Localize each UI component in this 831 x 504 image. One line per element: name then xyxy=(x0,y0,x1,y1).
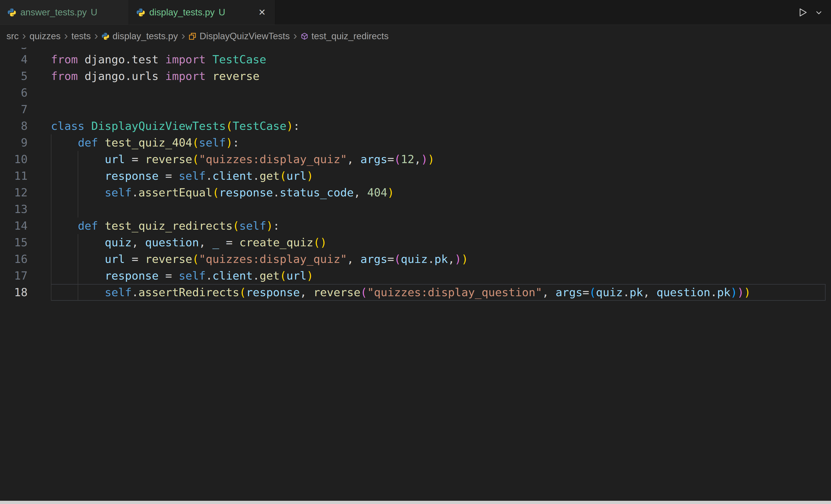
code-line-14[interactable]: 14 def test_quiz_redirects(self): xyxy=(0,217,831,234)
editor-actions xyxy=(797,0,831,25)
line-number[interactable]: 13 xyxy=(0,201,51,217)
tab-bar: answer_tests.py U display_tests.py U ✕ xyxy=(0,0,831,25)
code-line-content[interactable]: self.assertEqual(response.status_code, 4… xyxy=(51,184,826,201)
code-line-content[interactable]: from django.test import TestCase xyxy=(51,51,826,68)
screen-bottom-strip xyxy=(0,501,831,504)
tab-label: display_tests.py xyxy=(149,7,214,18)
chevron-right-icon: › xyxy=(22,29,26,42)
chevron-down-icon xyxy=(815,9,823,16)
indent-guide xyxy=(78,184,78,201)
code-line-8[interactable]: 8class DisplayQuizViewTests(TestCase): xyxy=(0,118,831,134)
python-icon xyxy=(136,8,145,17)
chevron-right-icon: › xyxy=(64,29,68,42)
code-line-content[interactable] xyxy=(51,201,826,217)
line-number[interactable]: 17 xyxy=(0,267,51,284)
line-number[interactable]: 7 xyxy=(0,101,51,118)
chevron-right-icon: › xyxy=(293,29,297,42)
breadcrumb-item-display-tests-py[interactable]: display_tests.py xyxy=(102,31,178,41)
code-line-content[interactable]: from django.urls import reverse xyxy=(51,68,826,84)
breadcrumb-item-quizzes[interactable]: quizzes xyxy=(30,31,61,41)
code-line-17[interactable]: 17 response = self.client.get(url) xyxy=(0,267,831,284)
indent-guide xyxy=(78,201,78,217)
indent-guide xyxy=(51,168,51,184)
breadcrumb-item-src[interactable]: src xyxy=(6,31,19,41)
breadcrumb-label: tests xyxy=(71,31,91,41)
git-status-badge: U xyxy=(219,7,225,18)
code-line-11[interactable]: 11 response = self.client.get(url) xyxy=(0,168,831,184)
code-line-6[interactable]: 6 xyxy=(0,84,831,101)
breadcrumb-item-displayquizviewtests[interactable]: DisplayQuizViewTests xyxy=(189,31,290,41)
code-line-9[interactable]: 9 def test_quiz_404(self): xyxy=(0,134,831,151)
run-dropdown-button[interactable] xyxy=(815,9,823,16)
code-line-12[interactable]: 12 self.assertEqual(response.status_code… xyxy=(0,184,831,201)
indent-guide xyxy=(51,251,51,267)
indent-guide xyxy=(51,151,51,168)
indent-guide xyxy=(78,284,78,301)
code-line-18[interactable]: 18 self.assertRedirects(response, revers… xyxy=(0,284,831,301)
close-icon[interactable]: ✕ xyxy=(257,7,267,18)
breadcrumb-label: quizzes xyxy=(30,31,61,41)
symbol-class-icon xyxy=(189,32,196,40)
code-line-13[interactable]: 13 xyxy=(0,201,831,217)
indent-guide xyxy=(51,184,51,201)
code-line-content[interactable]: response = self.client.get(url) xyxy=(51,267,826,284)
git-status-badge: U xyxy=(91,7,97,18)
breadcrumb-label: src xyxy=(6,31,19,41)
breadcrumb: src›quizzes›tests› display_tests.py› Dis… xyxy=(0,25,831,48)
play-icon xyxy=(797,7,808,18)
breadcrumb-label: DisplayQuizViewTests xyxy=(199,31,290,41)
breadcrumb-label: test_quiz_redirects xyxy=(311,31,389,41)
indent-guide xyxy=(51,267,51,284)
python-icon xyxy=(7,8,17,17)
indent-guide xyxy=(51,234,51,251)
code-line-content[interactable]: url = reverse("quizzes:display_quiz", ar… xyxy=(51,151,826,168)
symbol-method-icon xyxy=(300,32,309,40)
chevron-right-icon: › xyxy=(94,29,98,42)
tab-display-tests[interactable]: display_tests.py U ✕ xyxy=(129,0,275,25)
indent-guide xyxy=(78,267,78,284)
code-line-content[interactable]: def test_quiz_redirects(self): xyxy=(51,217,826,234)
code-line-content[interactable]: self.assertRedirects(response, reverse("… xyxy=(51,284,826,301)
code-line-16[interactable]: 16 url = reverse("quizzes:display_quiz",… xyxy=(0,251,831,267)
tab-answer-tests[interactable]: answer_tests.py U xyxy=(0,0,129,25)
breadcrumb-label: display_tests.py xyxy=(113,31,178,41)
indent-guide xyxy=(78,168,78,184)
line-number[interactable]: 12 xyxy=(0,184,51,201)
code-editor[interactable]: 34from django.test import TestCase5from … xyxy=(0,48,831,301)
indent-guide xyxy=(51,201,51,217)
indent-guide xyxy=(51,217,51,234)
code-line-content[interactable]: class DisplayQuizViewTests(TestCase): xyxy=(51,118,826,134)
code-line-content[interactable]: quiz, question, _ = create_quiz() xyxy=(51,234,826,251)
line-number[interactable]: 15 xyxy=(0,234,51,251)
line-number[interactable]: 18 xyxy=(0,284,51,301)
indent-guide xyxy=(51,134,51,151)
line-number[interactable]: 5 xyxy=(0,68,51,84)
code-line-content[interactable] xyxy=(51,84,826,101)
indent-guide xyxy=(78,251,78,267)
code-line-content[interactable]: def test_quiz_404(self): xyxy=(51,134,826,151)
code-line-content[interactable]: url = reverse("quizzes:display_quiz", ar… xyxy=(51,251,826,267)
line-number[interactable]: 6 xyxy=(0,84,51,101)
tab-label: answer_tests.py xyxy=(20,7,87,18)
line-number[interactable]: 11 xyxy=(0,168,51,184)
code-line-10[interactable]: 10 url = reverse("quizzes:display_quiz",… xyxy=(0,151,831,168)
indent-guide xyxy=(78,234,78,251)
breadcrumb-item-tests[interactable]: tests xyxy=(71,31,91,41)
code-line-5[interactable]: 5from django.urls import reverse xyxy=(0,68,831,84)
breadcrumb-item-test-quiz-redirects[interactable]: test_quiz_redirects xyxy=(300,31,389,41)
code-line-4[interactable]: 4from django.test import TestCase xyxy=(0,51,831,68)
code-line-7[interactable]: 7 xyxy=(0,101,831,118)
line-number[interactable]: 16 xyxy=(0,251,51,267)
code-line-content[interactable]: response = self.client.get(url) xyxy=(51,168,826,184)
line-number[interactable]: 8 xyxy=(0,118,51,134)
line-number[interactable]: 3 xyxy=(0,48,51,51)
code-line-partial[interactable]: 3 xyxy=(0,48,831,51)
indent-guide xyxy=(78,151,78,168)
code-line-content[interactable] xyxy=(51,101,826,118)
line-number[interactable]: 4 xyxy=(0,51,51,68)
line-number[interactable]: 10 xyxy=(0,151,51,168)
run-python-file-button[interactable] xyxy=(797,7,808,18)
code-line-15[interactable]: 15 quiz, question, _ = create_quiz() xyxy=(0,234,831,251)
line-number[interactable]: 9 xyxy=(0,134,51,151)
line-number[interactable]: 14 xyxy=(0,217,51,234)
